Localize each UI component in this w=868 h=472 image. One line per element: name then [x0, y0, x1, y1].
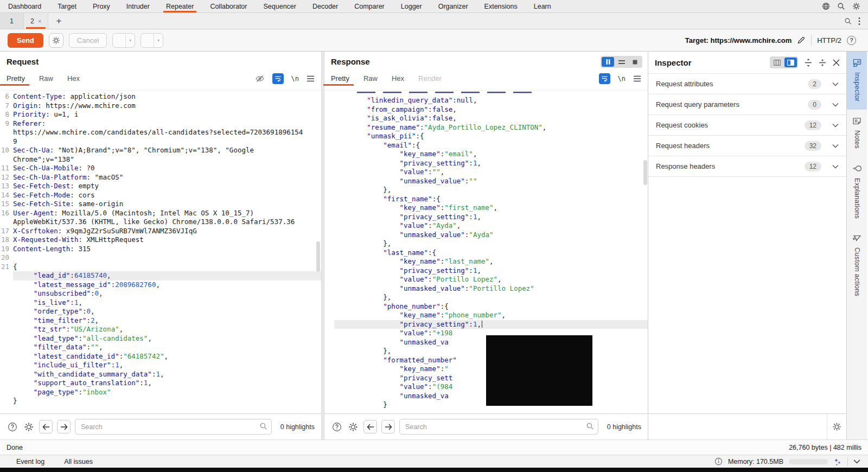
search-settings-gear-icon[interactable] — [23, 421, 35, 433]
code-line[interactable]: 14Sec-Fetch-Mode: cors — [0, 191, 321, 200]
code-line[interactable]: "privacy_setting":1, — [334, 266, 648, 276]
panel-settings-gear-icon[interactable] — [827, 414, 846, 439]
response-tab-render[interactable]: Render — [418, 71, 442, 85]
chevron-down-icon[interactable] — [832, 123, 839, 127]
cancel-button[interactable]: Cancel — [69, 33, 107, 48]
menu-dashboard[interactable]: Dashboard — [0, 0, 49, 12]
code-line[interactable]: 19Content-Length: 315 — [0, 245, 321, 254]
code-line[interactable]: 21{ — [0, 263, 321, 272]
code-line[interactable]: Chrome";v="138" — [0, 155, 321, 164]
send-options-gear-icon[interactable] — [49, 33, 63, 48]
more-options-icon[interactable] — [858, 17, 860, 25]
ai-sparkle-icon[interactable] — [833, 457, 842, 466]
search-next-arrow-icon[interactable] — [381, 420, 395, 433]
columns-view-icon[interactable] — [771, 58, 783, 67]
response-scrollbar-thumb[interactable] — [643, 160, 647, 185]
code-line[interactable]: } — [0, 397, 321, 406]
settings-gear-icon[interactable] — [852, 2, 860, 10]
code-line[interactable]: 12Sec-Ch-Ua-Platform: "macOS" — [0, 173, 321, 182]
code-line[interactable]: AppleWebKit/537.36 (KHTML, like Gecko) C… — [0, 218, 321, 227]
collapse-all-icon[interactable] — [819, 59, 826, 67]
code-line[interactable]: "unmasked_value":"Portillo Lopez" — [334, 284, 648, 294]
code-line[interactable]: "privacy_setting":1, — [334, 320, 648, 329]
code-line[interactable]: "resume_name":"Ayda_Portillo_Lopez_CLINT… — [334, 123, 648, 132]
back-dropdown-icon[interactable]: ▾ — [126, 34, 135, 47]
expand-all-icon[interactable] — [805, 59, 812, 67]
chevron-down-icon[interactable] — [832, 164, 839, 169]
all-issues-button[interactable]: All issues — [64, 458, 93, 465]
code-line[interactable]: 10Sec-Ch-Ua: "Not)A;Brand";v="8", "Chrom… — [0, 146, 321, 155]
menu-sequencer[interactable]: Sequencer — [255, 0, 304, 12]
code-line[interactable]: "from_campaign":false, — [334, 105, 648, 114]
request-search-input[interactable] — [75, 419, 272, 435]
history-forward-button[interactable]: > ▾ — [141, 33, 163, 48]
code-line[interactable]: "key_name":"phone_number", — [334, 311, 648, 320]
request-editor[interactable]: 6Content-Type: application/json7Origin: … — [0, 91, 321, 413]
inspector-section-response-headers[interactable]: Response headers 12 — [648, 156, 846, 176]
side-tab-custom-actions[interactable]: Custom actions — [847, 227, 867, 304]
code-line[interactable]: "privacy_setting":1, — [334, 159, 648, 168]
menu-extensions[interactable]: Extensions — [476, 0, 526, 12]
menu-target[interactable]: Target — [49, 0, 85, 12]
single-pane-layout-icon[interactable] — [629, 57, 641, 67]
search-prev-arrow-icon[interactable] — [363, 420, 377, 433]
show-newlines-icon[interactable]: \n — [291, 75, 299, 82]
search-icon[interactable] — [837, 2, 845, 10]
side-tab-notes[interactable]: Notes — [847, 110, 867, 157]
code-line[interactable]: "is_live":1, — [0, 298, 321, 308]
code-line[interactable]: 18X-Requested-With: XMLHttpRequest — [0, 235, 321, 245]
code-line[interactable]: "lead_type":"all-candidates", — [0, 334, 321, 343]
inspector-section-request-cookies[interactable]: Request cookies 12 — [648, 114, 846, 135]
help-icon[interactable]: ? — [847, 36, 856, 45]
code-line[interactable]: "key_name":"email", — [334, 150, 648, 159]
code-line[interactable]: }, — [334, 186, 648, 195]
forward-icon[interactable]: > — [141, 34, 154, 48]
menu-intruder[interactable]: Intruder — [118, 0, 158, 12]
menu-comparer[interactable]: Comparer — [346, 0, 393, 12]
soft-wrap-icon[interactable] — [272, 73, 284, 84]
menu-repeater[interactable]: Repeater — [158, 0, 202, 12]
menu-logger[interactable]: Logger — [393, 0, 430, 12]
code-line[interactable]: 11Sec-Ch-Ua-Mobile: ?0 — [0, 164, 321, 173]
code-line[interactable]: 17X-Csrftoken: x9qmJgZ2rSuSuRB7VmWl7ANMZ… — [0, 227, 321, 236]
chevron-down-icon[interactable] — [832, 103, 839, 107]
search-icon[interactable] — [844, 17, 852, 25]
search-help-icon[interactable] — [331, 421, 343, 433]
back-icon[interactable]: < — [113, 34, 126, 48]
menu-decoder[interactable]: Decoder — [304, 0, 346, 12]
code-line[interactable]: "filter_data":"", — [0, 343, 321, 352]
code-line[interactable]: "linkedin_query_data":null, — [334, 96, 648, 105]
code-line[interactable]: 7Origin: https://www.mchire.com — [0, 101, 321, 111]
code-line[interactable]: "time_filter":2, — [0, 316, 321, 326]
code-line[interactable]: 8Priority: u=1, i — [0, 110, 321, 119]
code-line[interactable]: "is_ask_olivia":false, — [334, 114, 648, 123]
forward-dropdown-icon[interactable]: ▾ — [154, 34, 163, 47]
code-line[interactable]: "unmasked_value":"Ayda" — [334, 231, 648, 240]
search-next-arrow-icon[interactable] — [57, 420, 71, 433]
code-line[interactable]: "latest_candidate_id":"64185742", — [0, 352, 321, 361]
code-line[interactable]: "tz_str":"US/Arizona", — [0, 325, 321, 334]
inspector-section-query-parameters[interactable]: Request query parameters 0 — [648, 94, 846, 114]
request-scrollbar-thumb[interactable] — [316, 241, 320, 272]
inspector-section-request-headers[interactable]: Request headers 32 — [648, 135, 846, 156]
send-button[interactable]: Send — [8, 33, 43, 48]
chevron-down-icon[interactable] — [832, 144, 839, 148]
code-line[interactable]: "order_type":0, — [0, 307, 321, 316]
code-line[interactable]: "unmasked_value":"" — [334, 177, 648, 186]
code-line[interactable]: 9Referer: — [0, 119, 321, 129]
editor-menu-icon[interactable] — [307, 75, 315, 82]
edit-target-pencil-icon[interactable] — [797, 36, 806, 44]
show-newlines-icon[interactable]: \n — [618, 75, 626, 82]
editor-menu-icon[interactable] — [633, 75, 641, 82]
code-line[interactable]: "email":{ — [334, 141, 648, 150]
code-line[interactable]: 16User-Agent: Mozilla/5.0 (Macintosh; In… — [0, 209, 321, 218]
code-line[interactable]: "page_type":"inbox" — [0, 388, 321, 397]
code-line[interactable]: "privacy_setting":1, — [334, 213, 648, 222]
response-search-input[interactable] — [399, 419, 598, 435]
close-icon[interactable] — [833, 59, 840, 66]
search-settings-gear-icon[interactable] — [347, 421, 359, 433]
history-back-button[interactable]: < ▾ — [112, 33, 135, 48]
menu-learn[interactable]: Learn — [526, 0, 559, 12]
response-editor[interactable]: "linkedin_query_data":null, "from_campai… — [324, 91, 648, 413]
menu-collaborator[interactable]: Collaborator — [202, 0, 255, 12]
